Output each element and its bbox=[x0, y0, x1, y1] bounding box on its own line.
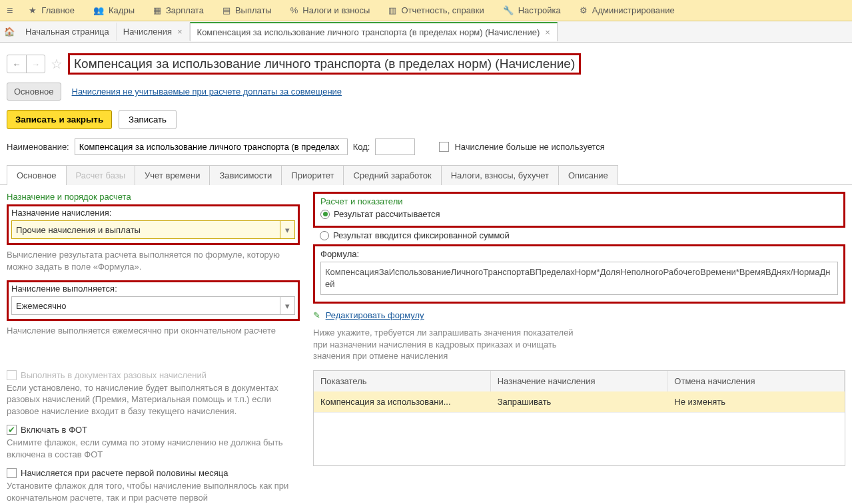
chevron-down-icon[interactable]: ▾ bbox=[280, 297, 294, 314]
purpose-group: Назначение начисления: Прочие начисления… bbox=[7, 204, 300, 245]
td-indicator: Компенсация за использовани... bbox=[314, 391, 491, 412]
pencil-icon: ✎ bbox=[313, 310, 320, 320]
tab-accruals[interactable]: Начисления× bbox=[117, 23, 190, 41]
hamburger-icon[interactable]: ≡ bbox=[0, 5, 19, 17]
calculator-icon: ▦ bbox=[153, 5, 161, 15]
firsthalf-help: Установите флажок для того, чтобы начисл… bbox=[7, 480, 300, 503]
code-label: Код: bbox=[353, 142, 370, 152]
menu-hr[interactable]: 👥Кадры bbox=[84, 0, 144, 21]
purpose-value: Прочие начисления и выплаты bbox=[12, 225, 280, 235]
name-input[interactable] bbox=[75, 138, 348, 155]
purpose-help: Вычисление результата расчета выполняетс… bbox=[7, 249, 300, 272]
th-indicator: Показатель bbox=[314, 371, 491, 391]
right-column: Расчет и показатели Результат рассчитыва… bbox=[313, 192, 845, 504]
wrench-icon: 🔧 bbox=[503, 5, 514, 15]
forward-button[interactable]: → bbox=[26, 55, 45, 73]
formula-text: КомпенсацияЗаИспользованиеЛичногоТранспо… bbox=[320, 262, 838, 295]
nav-buttons: ← → bbox=[7, 55, 45, 73]
period-group: Начисление выполняется: Ежемесячно ▾ bbox=[7, 280, 300, 321]
tab-home[interactable]: Начальная страница bbox=[19, 23, 117, 41]
main-menu: ★Главное 👥Кадры ▦Зарплата ▤Выплаты %Нало… bbox=[19, 0, 683, 21]
calc-head: Расчет и показатели bbox=[320, 196, 838, 206]
tab-desc[interactable]: Описание bbox=[558, 165, 618, 185]
period-dropdown[interactable]: Ежемесячно ▾ bbox=[11, 296, 295, 315]
header-fields: Наименование: Код: Начисление больше не … bbox=[0, 138, 852, 164]
percent-icon: % bbox=[290, 5, 298, 15]
onetime-label: Выполнять в документах разовых начислени… bbox=[21, 370, 207, 380]
firsthalf-label: Начисляется при расчете первой половины … bbox=[21, 468, 228, 478]
top-menu-bar: ≡ ★Главное 👥Кадры ▦Зарплата ▤Выплаты %На… bbox=[0, 0, 852, 21]
period-label: Начисление выполняется: bbox=[11, 284, 295, 294]
star-icon: ★ bbox=[29, 5, 37, 15]
section-purpose-head: Назначение и порядок расчета bbox=[7, 192, 300, 202]
edit-formula-link[interactable]: Редактировать формулу bbox=[326, 310, 424, 320]
indicators-hint: Ниже укажите, требуется ли запрашивать з… bbox=[313, 327, 580, 362]
radio-calculated-label: Результат рассчитывается bbox=[334, 209, 440, 219]
section-links: Основное Начисления не учитываемые при р… bbox=[0, 80, 852, 110]
chevron-down-icon[interactable]: ▾ bbox=[280, 221, 294, 238]
menu-admin[interactable]: ⚙Администрирование bbox=[570, 0, 684, 21]
home-icon[interactable]: 🏠 bbox=[4, 27, 15, 37]
tab-time[interactable]: Учет времени bbox=[135, 165, 210, 185]
gear-icon: ⚙ bbox=[580, 5, 588, 15]
people-icon: 👥 bbox=[93, 5, 104, 15]
save-button[interactable]: Записать bbox=[119, 110, 177, 129]
save-close-button[interactable]: Записать и закрыть bbox=[7, 110, 112, 129]
table-row[interactable] bbox=[314, 412, 845, 465]
indicators-table: Показатель Назначение начисления Отмена … bbox=[313, 370, 845, 466]
period-value: Ежемесячно bbox=[12, 301, 280, 311]
menu-salary[interactable]: ▦Зарплата bbox=[144, 0, 213, 21]
menu-main[interactable]: ★Главное bbox=[19, 0, 84, 21]
tab-base[interactable]: Расчет базы bbox=[66, 165, 136, 185]
inner-tabs: Основное Расчет базы Учет времени Зависи… bbox=[0, 164, 852, 185]
td-cancel: Не изменять bbox=[667, 391, 845, 412]
close-icon[interactable]: × bbox=[545, 27, 550, 37]
tab-main[interactable]: Основное bbox=[7, 165, 67, 185]
menu-settings[interactable]: 🔧Настройка bbox=[494, 0, 570, 21]
document-tabs: 🏠 Начальная страница Начисления× Компенс… bbox=[0, 21, 852, 43]
radio-fixed-label: Результат вводится фиксированной суммой bbox=[333, 230, 510, 240]
report-icon: ▥ bbox=[388, 5, 396, 15]
command-bar: Записать и закрыть Записать bbox=[0, 110, 852, 138]
back-button[interactable]: ← bbox=[7, 55, 26, 73]
formula-group: Формула: КомпенсацияЗаИспользованиеЛично… bbox=[313, 244, 845, 304]
menu-taxes[interactable]: %Налоги и взносы bbox=[281, 0, 380, 21]
th-assign: Назначение начисления bbox=[491, 371, 668, 391]
deprecated-checkbox[interactable] bbox=[439, 142, 449, 152]
menu-payments[interactable]: ▤Выплаты bbox=[213, 0, 281, 21]
menu-reports[interactable]: ▥Отчетность, справки bbox=[379, 0, 493, 21]
name-label: Наименование: bbox=[7, 142, 69, 152]
tab-avg[interactable]: Средний заработок bbox=[343, 165, 441, 185]
header-row: ← → ☆ Компенсация за использование лично… bbox=[0, 43, 852, 80]
th-cancel: Отмена начисления bbox=[667, 371, 845, 391]
wallet-icon: ▤ bbox=[222, 5, 230, 15]
favorite-icon[interactable]: ☆ bbox=[51, 56, 63, 72]
tab-priority[interactable]: Приоритет bbox=[281, 165, 344, 185]
formula-label: Формула: bbox=[320, 249, 838, 259]
radio-calculated[interactable] bbox=[320, 210, 330, 219]
radio-fixed[interactable] bbox=[320, 231, 329, 240]
firsthalf-checkbox[interactable] bbox=[7, 468, 17, 478]
onetime-help: Если установлено, то начисление будет вы… bbox=[7, 382, 300, 417]
section-link-excluded[interactable]: Начисления не учитываемые при расчете до… bbox=[72, 87, 342, 97]
td-assign: Запрашивать bbox=[491, 391, 668, 412]
onetime-checkbox bbox=[7, 370, 17, 380]
deprecated-label: Начисление больше не используется bbox=[454, 142, 604, 152]
period-help: Начисление выполняется ежемесячно при ок… bbox=[7, 325, 300, 337]
left-column: Назначение и порядок расчета Назначение … bbox=[7, 192, 300, 504]
purpose-label: Назначение начисления: bbox=[11, 208, 295, 218]
tab-taxes[interactable]: Налоги, взносы, бухучет bbox=[441, 165, 559, 185]
page-title: Компенсация за использование личного тра… bbox=[68, 53, 581, 75]
calc-mode-group: Расчет и показатели Результат рассчитыва… bbox=[313, 192, 845, 228]
code-input[interactable] bbox=[375, 138, 415, 155]
table-header: Показатель Назначение начисления Отмена … bbox=[314, 371, 845, 391]
section-main[interactable]: Основное bbox=[7, 83, 61, 101]
content-area: Назначение и порядок расчета Назначение … bbox=[0, 185, 852, 504]
fot-checkbox[interactable]: ✔ bbox=[7, 425, 17, 435]
fot-help: Снимите флажок, если сумма по этому начи… bbox=[7, 437, 300, 460]
tab-deps[interactable]: Зависимости bbox=[209, 165, 282, 185]
tab-current[interactable]: Компенсация за использование личного тра… bbox=[190, 22, 558, 41]
close-icon[interactable]: × bbox=[177, 27, 183, 37]
purpose-dropdown[interactable]: Прочие начисления и выплаты ▾ bbox=[11, 220, 295, 239]
table-row[interactable]: Компенсация за использовани... Запрашива… bbox=[314, 391, 845, 412]
